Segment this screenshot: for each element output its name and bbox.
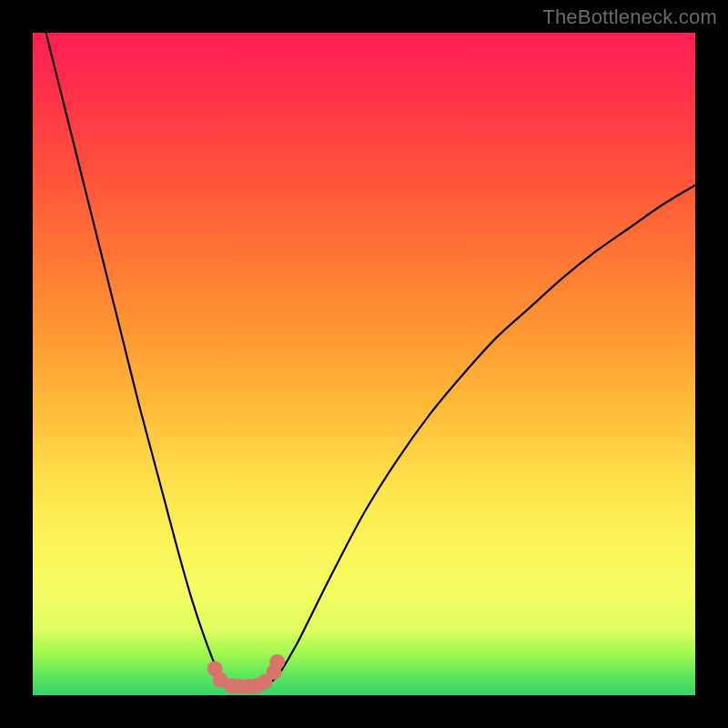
marker-trough-2 [232, 679, 248, 694]
bottleneck-curve [46, 33, 695, 687]
marker-right-pair-a [266, 664, 281, 680]
plot-svg [33, 33, 695, 695]
marker-left-pair [207, 661, 223, 676]
marker-trough-1 [224, 678, 239, 693]
chart-frame: TheBottleneck.com [0, 0, 728, 728]
marker-trough-4 [249, 678, 265, 693]
curve-markers [207, 654, 285, 694]
marker-right-pair-b [269, 654, 285, 670]
marker-left-bottom [213, 672, 228, 688]
plot-area [33, 33, 695, 695]
marker-trough-3 [240, 679, 256, 694]
marker-right-bottom [257, 674, 272, 690]
watermark-text: TheBottleneck.com [542, 5, 717, 29]
